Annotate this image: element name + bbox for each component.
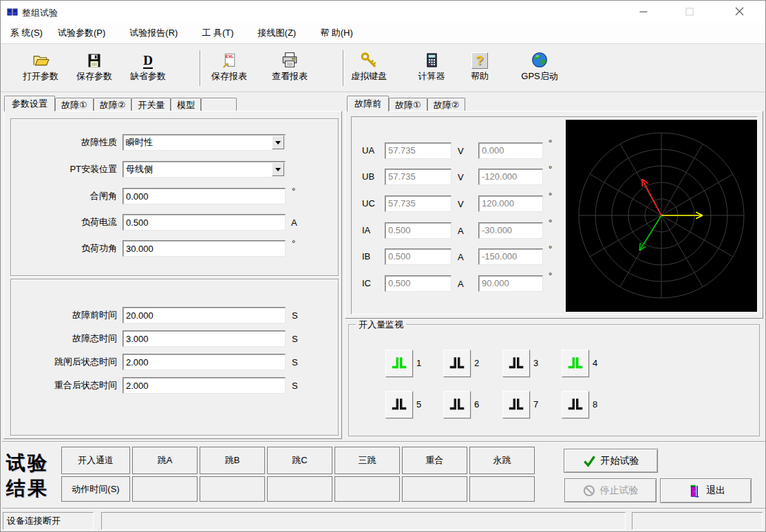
default-params-icon: D: [121, 48, 175, 69]
ib-angle: -150.000: [479, 249, 542, 264]
ua-magnitude: 57.735: [385, 143, 451, 158]
di-monitor-group: 开入量监视 1 2 3 4 5 6 7 8: [348, 324, 760, 436]
toolbar-label: 查看报表: [263, 70, 317, 83]
view-report-button[interactable]: 查看报表: [263, 48, 317, 83]
post-reclose-time-unit: S: [292, 381, 298, 391]
open-params-button[interactable]: 打开参数: [14, 48, 67, 83]
tab-fault-1[interactable]: 故障①: [55, 98, 94, 111]
ia-magnitude: 0.500: [385, 223, 451, 238]
fault-time-input[interactable]: [123, 331, 285, 346]
ib-ang-unit: °: [549, 244, 552, 254]
save-floppy-icon: [67, 48, 121, 69]
di-channel-8-label: 8: [593, 391, 597, 418]
stop-test-button[interactable]: 停止试验: [564, 478, 657, 502]
result-col-header: 跳A: [132, 447, 198, 474]
load-angle-field-wrap: [123, 240, 286, 257]
minimize-button[interactable]: [628, 1, 659, 22]
check-icon: [583, 454, 596, 467]
menu-item-help[interactable]: 帮 助(H): [312, 23, 361, 43]
toolbar-label: 缺省参数: [121, 70, 175, 83]
virtual-keyboard-button[interactable]: 虚拟键盘: [342, 48, 396, 83]
close-angle-field-wrap: [123, 188, 286, 204]
tab-fault-2-right[interactable]: 故障②: [427, 98, 466, 111]
di-channel-1-button[interactable]: [385, 350, 413, 377]
phasor-row-name: UA: [362, 142, 380, 159]
result-value-cell: [402, 476, 467, 502]
post-trip-time-field-wrap: [123, 354, 286, 370]
load-current-input[interactable]: [123, 215, 285, 230]
tab-fault-2[interactable]: 故障②: [94, 98, 132, 111]
save-report-button[interactable]: EXL 保存报表: [202, 48, 256, 83]
post-reclose-time-input[interactable]: [123, 378, 285, 393]
result-col-header: 永跳: [469, 447, 535, 474]
result-value-cell: [200, 476, 265, 502]
minimize-icon: [639, 8, 648, 16]
start-test-button[interactable]: 开始试验: [564, 449, 658, 473]
close-icon: [735, 7, 744, 16]
di-channel-6-button[interactable]: [443, 391, 471, 418]
di-channel-3-button[interactable]: [502, 350, 530, 377]
start-test-label: 开始试验: [601, 455, 639, 467]
menu-item-tools[interactable]: 工 具(T): [194, 23, 241, 43]
prefault-time-field-wrap: [123, 307, 286, 323]
right-tab-strip: 故障前 故障① 故障②: [347, 96, 465, 111]
exit-button[interactable]: 退出: [660, 478, 752, 503]
di-channel-2-button[interactable]: [443, 350, 471, 377]
status-section-2: [101, 512, 626, 530]
save-params-button[interactable]: 保存参数: [67, 48, 121, 83]
menu-item-system[interactable]: 系 统(S): [3, 23, 50, 43]
toolbar-separator: [200, 50, 201, 86]
tab-prefault[interactable]: 故障前: [347, 96, 389, 111]
fault-time-unit: S: [292, 334, 298, 344]
menu-item-wiring-diagram[interactable]: 接线图(Z): [251, 23, 304, 43]
tab-switch-quantity[interactable]: 开关量: [131, 98, 171, 111]
di-channel-2-label: 2: [474, 350, 479, 377]
post-reclose-time-field-wrap: [123, 377, 286, 394]
post-trip-time-unit: S: [292, 357, 298, 368]
ia-angle: -30.000: [479, 223, 542, 238]
menu-item-test-report[interactable]: 试验报告(R): [122, 23, 185, 43]
di-channel-4-button[interactable]: [562, 350, 589, 377]
prefault-time-unit: S: [292, 310, 298, 321]
di-channel-7-button[interactable]: [502, 391, 530, 418]
default-params-button[interactable]: D 缺省参数: [121, 48, 175, 83]
calculator-button[interactable]: 计算器: [405, 48, 458, 83]
load-angle-input[interactable]: [123, 241, 285, 256]
ib-magnitude: 0.500: [385, 249, 451, 264]
ua-mag-unit: V: [458, 146, 464, 156]
di-channel-5-button[interactable]: [385, 391, 413, 418]
pt-position-combobox[interactable]: 母线侧: [123, 161, 286, 178]
phasor-row-name: IC: [362, 275, 380, 292]
tab-fault-1-right[interactable]: 故障①: [389, 98, 427, 111]
prefault-time-input[interactable]: [123, 308, 285, 323]
ib-mag-unit: A: [458, 252, 464, 262]
status-text: 设备连接断开: [7, 515, 61, 526]
ia-mag-unit: A: [458, 226, 464, 236]
result-col-header: 开入通道: [61, 447, 130, 474]
post-trip-time-input[interactable]: [123, 354, 285, 370]
contact-symbol-icon: [448, 354, 466, 372]
maximize-button[interactable]: [674, 1, 705, 22]
fault-nature-combobox[interactable]: 瞬时性: [123, 134, 286, 151]
virtual-keyboard-key-icon: [342, 48, 396, 69]
ua-ang-unit: °: [549, 138, 552, 148]
result-value-cell: [469, 476, 535, 502]
dropdown-arrow-icon[interactable]: [272, 162, 284, 176]
load-current-unit: A: [291, 217, 297, 228]
gps-start-button[interactable]: GPS启动: [513, 48, 566, 83]
stop-test-label: 停止试验: [600, 485, 639, 497]
load-current-field-wrap: [123, 214, 286, 231]
close-angle-input[interactable]: [123, 189, 285, 204]
close-button[interactable]: [723, 1, 755, 22]
uc-angle: 120.000: [479, 196, 542, 211]
help-button[interactable]: ? 帮助: [453, 48, 507, 83]
tab-model[interactable]: 模型: [171, 98, 201, 111]
tab-param-settings[interactable]: 参数设置: [4, 96, 55, 111]
app-window: 整组试验 系 统(S) 试验参数(P) 试验报告(R) 工 具(T) 接线图(Z…: [0, 0, 766, 532]
menu-item-test-params[interactable]: 试验参数(P): [50, 23, 113, 43]
toolbar-label: 虚拟键盘: [342, 70, 396, 83]
contact-symbol-icon: [566, 396, 584, 414]
di-channel-8-button[interactable]: [562, 391, 589, 418]
dropdown-arrow-icon[interactable]: [272, 136, 284, 149]
prefault-page: UA 57.735 V 0.000 ° UB 57.735 V -120.000…: [345, 111, 763, 319]
